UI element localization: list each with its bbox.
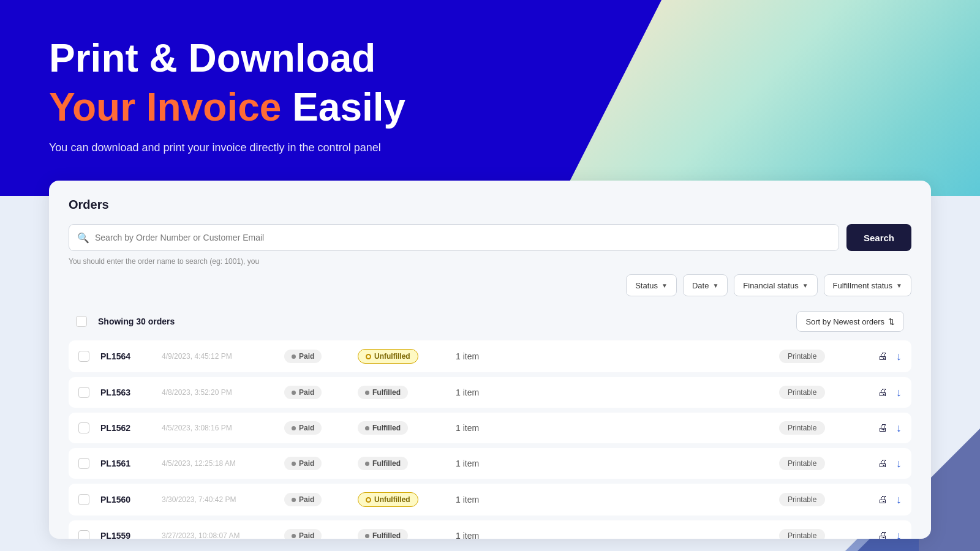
- header-section: Print & Download Your Invoice Easily You…: [0, 0, 612, 179]
- financial-filter-label: Financial status: [743, 281, 798, 290]
- header-subtitle: You can download and print your invoice …: [49, 141, 564, 154]
- date-filter-label: Date: [692, 281, 709, 290]
- order-payment: Paid: [284, 350, 358, 363]
- order-printable: Printable: [779, 457, 853, 470]
- financial-chevron-icon: ▼: [802, 282, 809, 289]
- search-input-wrapper: 🔍: [69, 224, 839, 251]
- order-payment: Paid: [284, 457, 358, 470]
- order-date: 4/5/2023, 3:08:16 PM: [162, 424, 284, 432]
- fulfillment-filter-label: Fulfillment status: [833, 281, 893, 290]
- order-fulfillment: Unfulfilled: [358, 349, 456, 364]
- order-fulfillment: Fulfilled: [358, 529, 456, 539]
- row-checkbox[interactable]: [78, 458, 89, 469]
- order-fulfillment: Fulfilled: [358, 386, 456, 399]
- download-icon[interactable]: ↓: [896, 457, 902, 470]
- order-id: PL1563: [100, 388, 162, 397]
- search-row: 🔍 Search: [69, 224, 911, 251]
- download-icon[interactable]: ↓: [896, 530, 902, 539]
- search-button[interactable]: Search: [846, 224, 911, 251]
- table-row: PL1562 4/5/2023, 3:08:16 PM Paid Fulfill…: [69, 413, 911, 443]
- table-row: PL1563 4/8/2023, 3:52:20 PM Paid Fulfill…: [69, 377, 911, 408]
- download-icon[interactable]: ↓: [896, 386, 902, 399]
- row-checkbox[interactable]: [78, 494, 89, 505]
- order-items: 1 item: [456, 423, 779, 433]
- order-printable: Printable: [779, 350, 853, 363]
- order-rows-container: PL1564 4/9/2023, 4:45:12 PM Paid Unfulfi…: [69, 340, 911, 539]
- order-printable: Printable: [779, 493, 853, 506]
- order-date: 3/30/2023, 7:40:42 PM: [162, 495, 284, 504]
- print-icon[interactable]: 🖨: [878, 387, 888, 398]
- order-id: PL1560: [100, 495, 162, 504]
- order-items: 1 item: [456, 495, 779, 504]
- search-icon: 🔍: [77, 232, 89, 244]
- header-title-line1: Print & Download: [49, 37, 564, 80]
- row-checkbox[interactable]: [78, 530, 89, 539]
- status-chevron-icon: ▼: [662, 282, 668, 289]
- row-checkbox[interactable]: [78, 351, 89, 362]
- order-printable: Printable: [779, 529, 853, 539]
- order-id: PL1559: [100, 531, 162, 539]
- header-checkbox[interactable]: [76, 316, 87, 327]
- sort-button[interactable]: Sort by Newest orders ⇅: [796, 311, 904, 332]
- download-icon[interactable]: ↓: [896, 422, 902, 435]
- order-fulfillment: Unfulfilled: [358, 492, 456, 507]
- print-icon[interactable]: 🖨: [878, 351, 888, 362]
- row-checkbox[interactable]: [78, 422, 89, 433]
- row-checkbox-col: [78, 387, 100, 398]
- financial-filter-btn[interactable]: Financial status ▼: [734, 274, 817, 296]
- order-payment: Paid: [284, 386, 358, 399]
- download-icon[interactable]: ↓: [896, 493, 902, 506]
- order-date: 4/8/2023, 3:52:20 PM: [162, 388, 284, 397]
- row-checkbox-col: [78, 458, 100, 469]
- search-hint: You should enter the order name to searc…: [69, 257, 911, 266]
- order-items: 1 item: [456, 459, 779, 468]
- fulfillment-chevron-icon: ▼: [896, 282, 902, 289]
- table-row: PL1564 4/9/2023, 4:45:12 PM Paid Unfulfi…: [69, 340, 911, 372]
- orders-title: Orders: [69, 198, 911, 212]
- table-row: PL1561 4/5/2023, 12:25:18 AM Paid Fulfil…: [69, 448, 911, 479]
- row-checkbox-col: [78, 422, 100, 433]
- order-id: PL1562: [100, 423, 162, 433]
- download-icon[interactable]: ↓: [896, 350, 902, 363]
- order-id: PL1564: [100, 351, 162, 361]
- header-highlight-text: Your Invoice: [49, 85, 281, 129]
- order-payment: Paid: [284, 529, 358, 539]
- order-actions: 🖨 ↓: [853, 457, 902, 470]
- print-icon[interactable]: 🖨: [878, 422, 888, 433]
- print-icon[interactable]: 🖨: [878, 530, 888, 539]
- header-title-line2: Your Invoice Easily: [49, 86, 564, 129]
- order-id: PL1561: [100, 459, 162, 468]
- order-fulfillment: Fulfilled: [358, 457, 456, 470]
- order-printable: Printable: [779, 421, 853, 435]
- order-actions: 🖨 ↓: [853, 530, 902, 539]
- order-actions: 🖨 ↓: [853, 493, 902, 506]
- order-printable: Printable: [779, 386, 853, 399]
- sort-icon: ⇅: [888, 317, 895, 326]
- print-icon[interactable]: 🖨: [878, 494, 888, 505]
- order-date: 4/5/2023, 12:25:18 AM: [162, 459, 284, 468]
- status-filter-btn[interactable]: Status ▼: [626, 274, 677, 296]
- order-actions: 🖨 ↓: [853, 386, 902, 399]
- order-date: 4/9/2023, 4:45:12 PM: [162, 352, 284, 361]
- header-rest-text: Easily: [281, 85, 405, 129]
- date-filter-btn[interactable]: Date ▼: [683, 274, 728, 296]
- filter-row: Status ▼ Date ▼ Financial status ▼ Fulfi…: [69, 274, 911, 296]
- table-row: PL1560 3/30/2023, 7:40:42 PM Paid Unfulf…: [69, 484, 911, 515]
- showing-count: Showing 30 orders: [98, 317, 796, 326]
- order-date: 3/27/2023, 10:08:07 AM: [162, 531, 284, 539]
- row-checkbox-col: [78, 530, 100, 539]
- order-payment: Paid: [284, 421, 358, 435]
- status-filter-label: Status: [635, 281, 658, 290]
- print-icon[interactable]: 🖨: [878, 458, 888, 469]
- orders-panel: Orders 🔍 Search You should enter the ord…: [49, 181, 931, 539]
- fulfillment-filter-btn[interactable]: Fulfillment status ▼: [824, 274, 911, 296]
- table-row: PL1559 3/27/2023, 10:08:07 AM Paid Fulfi…: [69, 520, 911, 539]
- row-checkbox-col: [78, 494, 100, 505]
- date-chevron-icon: ▼: [712, 282, 718, 289]
- row-checkbox[interactable]: [78, 387, 89, 398]
- sort-label: Sort by Newest orders: [805, 317, 884, 326]
- table-header-row: Showing 30 orders Sort by Newest orders …: [69, 306, 911, 337]
- order-items: 1 item: [456, 388, 779, 397]
- header-checkbox-col: [76, 316, 98, 327]
- search-input[interactable]: [69, 224, 839, 251]
